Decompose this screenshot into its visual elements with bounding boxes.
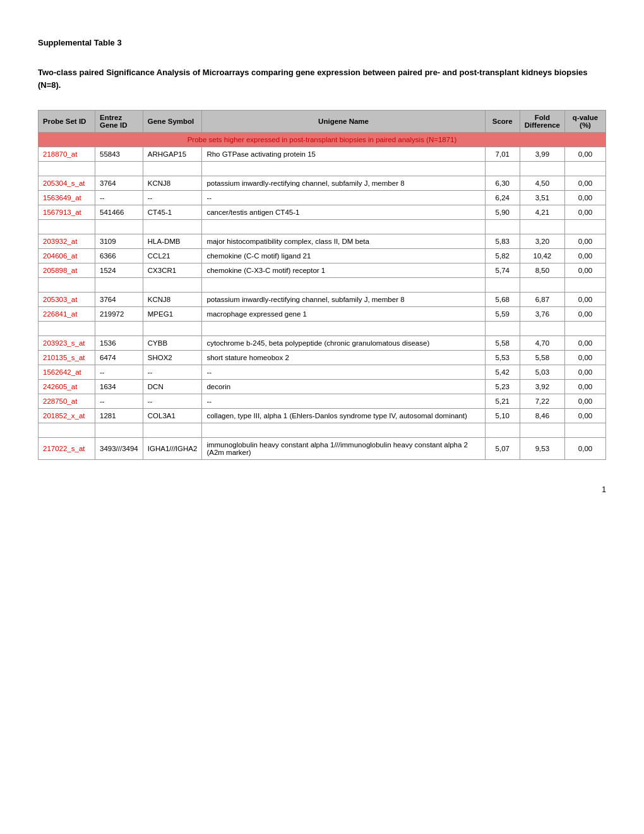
- probe-set-id-cell: 218870_at: [39, 147, 95, 162]
- gene-symbol-cell: CT45-1: [143, 205, 202, 220]
- col-header-gene: Gene Symbol: [143, 111, 202, 133]
- table-row: 218870_at55843ARHGAP15Rho GTPase activat…: [39, 147, 606, 162]
- unigene-name-cell: collagen, type III, alpha 1 (Ehlers-Danl…: [202, 409, 485, 423]
- gene-symbol-cell: IGHA1///IGHA2: [143, 438, 202, 460]
- section-header-row: Probe sets higher expressed in post-tran…: [39, 133, 606, 147]
- gene-symbol-cell: [143, 278, 202, 293]
- fold-difference-cell: 6,87: [520, 293, 564, 307]
- gene-symbol-cell: KCNJ8: [143, 293, 202, 307]
- probe-set-id-cell: [39, 278, 95, 293]
- gene-symbol-cell: --: [143, 191, 202, 205]
- probe-set-id-cell: 210135_s_at: [39, 351, 95, 365]
- entrez-gene-id-cell: 3764: [95, 293, 143, 307]
- description: Two-class paired Significance Analysis o…: [38, 66, 606, 91]
- table-row: [39, 220, 606, 234]
- table-row: 205303_at3764KCNJ8potassium inwardly-rec…: [39, 293, 606, 307]
- col-header-unigene: Unigene Name: [202, 111, 485, 133]
- q-value-cell: 0,00: [565, 307, 606, 322]
- table-row: 1563649_at------6,243,510,00: [39, 191, 606, 205]
- fold-difference-cell: 4,21: [520, 205, 564, 220]
- probe-set-id-cell: 242605_at: [39, 380, 95, 394]
- table-row: 210135_s_at6474SHOX2short stature homeob…: [39, 351, 606, 365]
- table-row: [39, 423, 606, 438]
- q-value-cell: [565, 322, 606, 336]
- probe-set-id-cell: 203923_s_at: [39, 336, 95, 351]
- fold-difference-cell: [520, 322, 564, 336]
- col-header-score: Score: [485, 111, 520, 133]
- score-cell: 5,10: [485, 409, 520, 423]
- fold-difference-cell: 4,50: [520, 176, 564, 191]
- q-value-cell: [565, 423, 606, 438]
- q-value-cell: 0,00: [565, 205, 606, 220]
- col-header-qvalue: q-value (%): [565, 111, 606, 133]
- score-cell: 5,42: [485, 365, 520, 380]
- unigene-name-cell: [202, 423, 485, 438]
- fold-difference-cell: 3,76: [520, 307, 564, 322]
- entrez-gene-id-cell: --: [95, 191, 143, 205]
- probe-set-id-cell: [39, 322, 95, 336]
- table-row: 203923_s_at1536CYBBcytochrome b-245, bet…: [39, 336, 606, 351]
- table-row: 217022_s_at3493///3494IGHA1///IGHA2immun…: [39, 438, 606, 460]
- table-row: 204606_at6366CCL21chemokine (C-C motif) …: [39, 249, 606, 263]
- fold-difference-cell: [520, 278, 564, 293]
- entrez-gene-id-cell: 1524: [95, 263, 143, 278]
- probe-set-id-cell: 1562642_at: [39, 365, 95, 380]
- fold-difference-cell: 4,70: [520, 336, 564, 351]
- fold-difference-cell: [520, 162, 564, 176]
- entrez-gene-id-cell: [95, 322, 143, 336]
- score-cell: 5,59: [485, 307, 520, 322]
- unigene-name-cell: [202, 162, 485, 176]
- entrez-gene-id-cell: [95, 278, 143, 293]
- q-value-cell: 0,00: [565, 147, 606, 162]
- gene-symbol-cell: [143, 162, 202, 176]
- probe-set-id-cell: [39, 162, 95, 176]
- entrez-gene-id-cell: 3764: [95, 176, 143, 191]
- unigene-name-cell: decorin: [202, 380, 485, 394]
- gene-symbol-cell: CX3CR1: [143, 263, 202, 278]
- unigene-name-cell: [202, 278, 485, 293]
- q-value-cell: 0,00: [565, 191, 606, 205]
- score-cell: 6,24: [485, 191, 520, 205]
- score-cell: 6,30: [485, 176, 520, 191]
- fold-difference-cell: 8,46: [520, 409, 564, 423]
- score-cell: 5,58: [485, 336, 520, 351]
- col-header-probe: Probe Set ID: [39, 111, 95, 133]
- entrez-gene-id-cell: 55843: [95, 147, 143, 162]
- unigene-name-cell: --: [202, 191, 485, 205]
- probe-set-id-cell: 1563649_at: [39, 191, 95, 205]
- table-row: 242605_at1634DCNdecorin5,233,920,00: [39, 380, 606, 394]
- score-cell: 5,23: [485, 380, 520, 394]
- q-value-cell: 0,00: [565, 409, 606, 423]
- q-value-cell: 0,00: [565, 234, 606, 249]
- table-row: 205898_at1524CX3CR1chemokine (C-X3-C mot…: [39, 263, 606, 278]
- fold-difference-cell: 8,50: [520, 263, 564, 278]
- score-cell: 5,21: [485, 394, 520, 409]
- gene-symbol-cell: MPEG1: [143, 307, 202, 322]
- probe-set-id-cell: 201852_x_at: [39, 409, 95, 423]
- table-row: 228750_at------5,217,220,00: [39, 394, 606, 409]
- fold-difference-cell: 3,99: [520, 147, 564, 162]
- page-number: 1: [38, 485, 606, 494]
- fold-difference-cell: 3,92: [520, 380, 564, 394]
- unigene-name-cell: short stature homeobox 2: [202, 351, 485, 365]
- unigene-name-cell: [202, 220, 485, 234]
- unigene-name-cell: chemokine (C-C motif) ligand 21: [202, 249, 485, 263]
- score-cell: [485, 322, 520, 336]
- page-title: Supplemental Table 3: [38, 38, 606, 47]
- q-value-cell: 0,00: [565, 176, 606, 191]
- gene-symbol-cell: COL3A1: [143, 409, 202, 423]
- unigene-name-cell: Rho GTPase activating protein 15: [202, 147, 485, 162]
- table-row: [39, 322, 606, 336]
- table-row: 1567913_at541466CT45-1cancer/testis anti…: [39, 205, 606, 220]
- gene-symbol-cell: [143, 423, 202, 438]
- entrez-gene-id-cell: 6366: [95, 249, 143, 263]
- fold-difference-cell: 10,42: [520, 249, 564, 263]
- fold-difference-cell: 5,58: [520, 351, 564, 365]
- unigene-name-cell: major histocompatibility complex, class …: [202, 234, 485, 249]
- probe-set-id-cell: [39, 220, 95, 234]
- q-value-cell: [565, 278, 606, 293]
- entrez-gene-id-cell: [95, 220, 143, 234]
- table-row: 205304_s_at3764KCNJ8potassium inwardly-r…: [39, 176, 606, 191]
- unigene-name-cell: chemokine (C-X3-C motif) receptor 1: [202, 263, 485, 278]
- unigene-name-cell: --: [202, 365, 485, 380]
